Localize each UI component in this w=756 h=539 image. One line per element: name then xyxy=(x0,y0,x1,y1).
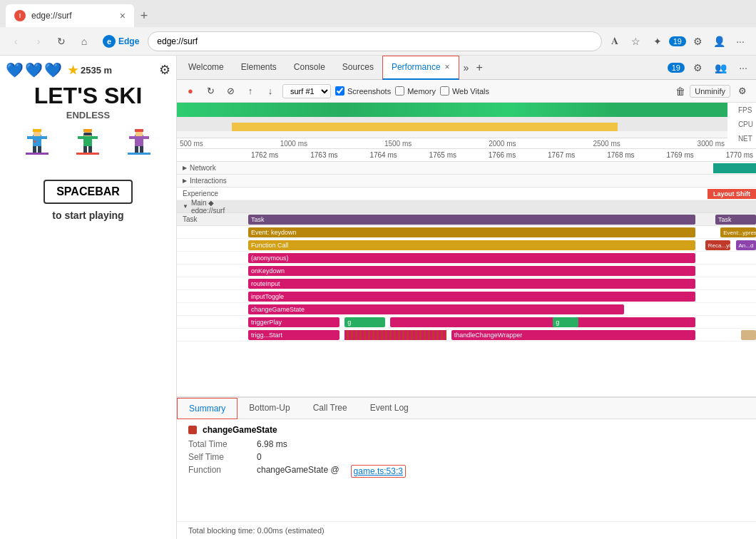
anonymous-row[interactable]: (anonymous) xyxy=(177,252,756,265)
interactions-row[interactable]: ▶ Interactions xyxy=(177,175,756,188)
event-keydown-content: Event: keydown Event:..ypress xyxy=(248,226,756,238)
notification-badge[interactable]: 19 xyxy=(669,36,686,46)
web-vitals-checkbox[interactable] xyxy=(440,86,449,96)
gear-icon[interactable]: ⚙ xyxy=(735,83,750,99)
memory-checkbox-label[interactable]: Memory xyxy=(395,86,436,96)
event-log-tab[interactable]: Event Log xyxy=(359,398,420,419)
devtools-dots-button[interactable]: ··· xyxy=(733,58,753,78)
function-link[interactable]: game.ts:53:3 xyxy=(351,465,406,478)
spacebar-button[interactable]: SPACEBAR xyxy=(44,180,133,204)
back-button[interactable]: ‹ xyxy=(6,31,26,51)
event-keypress-bar[interactable]: Event:..ypress xyxy=(720,227,756,237)
devtools-settings-button[interactable]: ⚙ xyxy=(688,58,708,78)
add-tab-button[interactable]: + xyxy=(473,61,485,74)
an-d-bar[interactable]: An...d xyxy=(736,240,756,250)
trash-button[interactable]: 🗑 xyxy=(675,86,685,97)
clear-button[interactable]: ⊘ xyxy=(223,83,238,99)
routeinput-bar[interactable]: routeInput xyxy=(248,279,695,289)
share-button[interactable]: 👤 xyxy=(709,31,729,51)
fav-button[interactable]: ☆ xyxy=(626,31,646,51)
task-bar-main[interactable]: Task xyxy=(248,215,695,225)
bottom-up-tab[interactable]: Bottom-Up xyxy=(237,398,301,419)
mark-1762: 1762 ms xyxy=(251,151,278,159)
svg-rect-28 xyxy=(135,129,143,132)
tab-console[interactable]: Console xyxy=(285,56,334,80)
tab-sources[interactable]: Sources xyxy=(334,56,382,80)
triggerplay-bar[interactable]: triggerPlay xyxy=(248,317,339,327)
triggstart-bar[interactable]: trigg...Start xyxy=(248,330,339,340)
more-button[interactable]: ··· xyxy=(730,31,750,51)
refresh-record-button[interactable]: ↻ xyxy=(203,83,218,99)
devtools-more-button[interactable]: 👥 xyxy=(710,58,730,78)
event-keydown-row[interactable]: Event: keydown Event:..ypress xyxy=(177,226,756,239)
inputtoggle-bar[interactable]: inputToggle xyxy=(248,292,695,302)
bottom-content: changeGameState Total Time 6.98 ms Self … xyxy=(177,419,756,521)
routeinput-row[interactable]: routeInput xyxy=(177,277,756,290)
download-button[interactable]: ↓ xyxy=(262,83,278,99)
changegamestate-content: changeGameState xyxy=(248,303,756,315)
interactions-text: Interactions xyxy=(190,177,227,185)
g-bar-1[interactable]: g xyxy=(344,317,385,327)
changegamestate-row[interactable]: changeGameState xyxy=(177,303,756,316)
screenshots-checkbox-label[interactable]: Screenshots xyxy=(335,86,391,96)
tab-performance[interactable]: Performance × xyxy=(382,56,459,80)
home-button[interactable]: ⌂ xyxy=(74,31,94,51)
start-text: to start playing xyxy=(52,210,123,221)
forward-button[interactable]: › xyxy=(29,31,48,51)
triggerplay-bar2[interactable] xyxy=(390,317,695,327)
function-call-bar[interactable]: Function Call xyxy=(248,240,695,250)
recalc-style-bar[interactable]: Reca...yle xyxy=(705,240,731,250)
changegamestate-bar[interactable]: changeGameState xyxy=(248,304,624,314)
summary-color-swatch xyxy=(188,426,197,434)
extension-button[interactable]: ✦ xyxy=(648,31,668,51)
anonymous-bar[interactable]: (anonymous) xyxy=(248,253,695,263)
task-header-label: Task xyxy=(177,215,248,223)
event-keydown-bar[interactable]: Event: keydown xyxy=(248,227,695,237)
function-call-row[interactable]: Function Call Reca...yle An...d xyxy=(177,239,756,252)
right-bar[interactable] xyxy=(741,330,756,340)
game-settings-button[interactable]: ⚙ xyxy=(159,62,170,78)
upload-button[interactable]: ↑ xyxy=(242,83,258,99)
triggerplay-row[interactable]: triggerPlay g g xyxy=(177,316,756,329)
bottom-panel: Summary Bottom-Up Call Tree Event Log xyxy=(177,396,756,539)
unminify-button[interactable]: Unminify xyxy=(690,85,730,98)
read-aloud-button[interactable]: 𝐀 xyxy=(605,31,625,51)
triggerplay-content: triggerPlay g g xyxy=(248,316,756,328)
tab-close-button[interactable]: × xyxy=(120,10,126,21)
tab-welcome[interactable]: Welcome xyxy=(180,56,233,80)
routeinput-content: routeInput xyxy=(248,277,756,289)
memory-checkbox[interactable] xyxy=(395,86,404,96)
surf-selector[interactable]: surf #1 xyxy=(282,84,331,98)
mark-1770: 1770 ms xyxy=(726,151,753,159)
new-tab-button[interactable]: + xyxy=(134,6,154,26)
settings-button[interactable]: ⚙ xyxy=(688,31,708,51)
task-bar-right[interactable]: Task xyxy=(715,215,756,225)
onkeydown-row[interactable]: onKeydown xyxy=(177,265,756,277)
ruler-1000: 1000 ms xyxy=(280,140,307,148)
network-row[interactable]: ▶ Network xyxy=(177,162,756,175)
function-label: Function xyxy=(188,465,245,478)
main-section-row[interactable]: ▼ Main ◆ edge://surf xyxy=(177,200,756,213)
summary-tab[interactable]: Summary xyxy=(177,398,237,419)
record-button[interactable]: ● xyxy=(183,83,198,99)
onkeydown-bar[interactable]: onKeydown xyxy=(248,266,695,276)
g-bar-2[interactable]: g xyxy=(553,317,578,327)
tab-elements[interactable]: Elements xyxy=(233,56,285,80)
tab-performance-close[interactable]: × xyxy=(445,62,450,72)
interactions-label: ▶ Interactions xyxy=(177,177,248,185)
more-tabs-button[interactable]: » xyxy=(459,62,474,73)
active-tab[interactable]: ! edge://surf × xyxy=(6,4,134,27)
devtools-badge[interactable]: 19 xyxy=(668,63,685,73)
web-vitals-checkbox-label[interactable]: Web Vitals xyxy=(440,86,489,96)
svg-rect-19 xyxy=(83,133,92,135)
refresh-button[interactable]: ↻ xyxy=(51,31,71,51)
handle-change-bar[interactable]: thandleChangeWrapper xyxy=(451,330,695,340)
address-bar[interactable]: edge://surf xyxy=(148,31,601,51)
inputtoggle-row[interactable]: inputToggle xyxy=(177,290,756,303)
call-tree-tab[interactable]: Call Tree xyxy=(302,398,359,419)
total-time-row: Total Time 6.98 ms xyxy=(188,439,745,449)
triggstart-row[interactable]: trigg...Start thandleChangeWrapper xyxy=(177,329,756,342)
screenshots-checkbox[interactable] xyxy=(335,86,344,96)
total-blocking-time: Total blocking time: 0.00ms (estimated) xyxy=(177,521,756,539)
mark-1767: 1767 ms xyxy=(548,151,575,159)
